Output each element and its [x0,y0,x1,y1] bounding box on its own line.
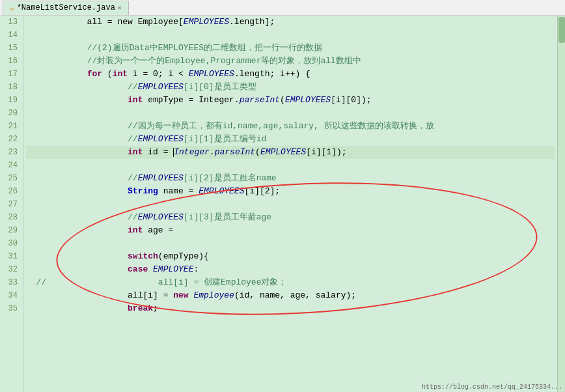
code-line-15: //(2)遍历Data中EMPLOYEES的二维数组，把一行一行的数据 [26,42,555,55]
line-num-19: 19 [5,94,18,107]
code-line-22: //EMPLOYEES[i][1]是员工编号id [26,133,555,146]
line-num-29: 29 [5,224,18,237]
line-num-16: 16 [5,55,18,68]
line-num-22: 22 [5,133,18,146]
code-line-35: break; [26,302,555,315]
code-line-23: int id = Integer.parseInt(EMPLOYEES[i][1… [26,146,555,159]
code-line-29: int age = [26,224,555,237]
line-num-23: 23 [5,146,18,159]
line-num-35: 35 [5,302,18,315]
code-line-31: switch(empType){ [26,250,555,263]
code-area: 13 14 15 16 17 18 19 20 21 22 23 24 25 2… [0,16,565,392]
code-line-14 [26,29,555,42]
line-num-13: 13 [5,16,18,29]
java-file-icon: ☕ [10,4,14,12]
line-num-24: 24 [5,159,18,172]
tab-label: *NameListService.java [17,3,115,12]
code-line-24 [26,159,555,172]
line-num-18: 18 [5,81,18,94]
line-num-30: 30 [5,237,18,250]
code-line-34: all[i] = new Employee(id, name, age, sal… [26,289,555,302]
line-numbers: 13 14 15 16 17 18 19 20 21 22 23 24 25 2… [0,16,23,392]
code-line-17: for (int i = 0; i < EMPLOYEES.length; i+… [26,68,555,81]
tab-bar: ☕ *NameListService.java ✕ [0,0,565,16]
tab-close-button[interactable]: ✕ [118,4,122,12]
line-num-17: 17 [5,68,18,81]
vertical-scrollbar[interactable] [557,16,565,392]
line-num-34: 34 [5,289,18,302]
line-num-28: 28 [5,211,18,224]
watermark: https://blog.csdn.net/qq_24175334... [422,384,562,391]
code-line-26: String name = EMPLOYEES[i][2]; [26,185,555,198]
code-line-16: //封装为一个一个的Employee,Programmer等的对象，放到all数… [26,55,555,68]
line-num-25: 25 [5,172,18,185]
code-line-30 [26,237,555,250]
editor-tab[interactable]: ☕ *NameListService.java ✕ [3,1,129,15]
code-line-18: //EMPLOYEES[i][0]是员工类型 [26,81,555,94]
code-line-32: case EMPLOYEE: [26,263,555,276]
code-line-33: // all[i] = 创建Employee对象； [26,276,555,289]
line-num-20: 20 [5,107,18,120]
editor-window: ☕ *NameListService.java ✕ 13 14 15 16 17… [0,0,565,392]
code-line-28: //EMPLOYEES[i][3]是员工年龄age [26,211,555,224]
code-line-19: int empType = Integer.parseInt(EMPLOYEES… [26,94,555,107]
code-content[interactable]: all = new Employee[EMPLOYEES.length]; //… [23,16,557,392]
line-num-31: 31 [5,250,18,263]
line-num-26: 26 [5,185,18,198]
code-line-13: all = new Employee[EMPLOYEES.length]; [26,16,555,29]
line-num-27: 27 [5,198,18,211]
code-line-21: //因为每一种员工，都有id,name,age,salary, 所以这些数据的读… [26,120,555,133]
line-num-21: 21 [5,120,18,133]
code-line-25: //EMPLOYEES[i][2]是员工姓名name [26,172,555,185]
code-line-27 [26,198,555,211]
line-num-33: 33 [5,276,18,289]
line-num-14: 14 [5,29,18,42]
line-num-32: 32 [5,263,18,276]
scrollbar-thumb[interactable] [558,17,565,43]
code-line-20 [26,107,555,120]
line-num-15: 15 [5,42,18,55]
